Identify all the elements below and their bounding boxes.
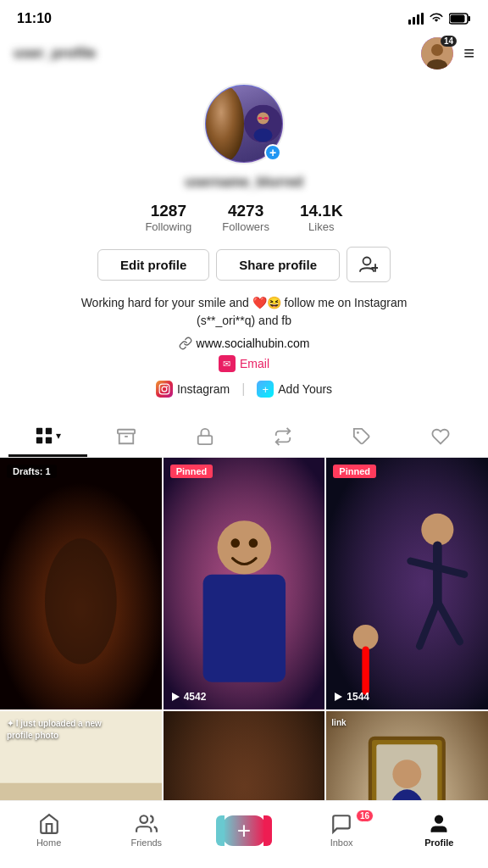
nav-home[interactable]: Home [24, 813, 75, 848]
svg-point-49 [353, 625, 379, 650]
svg-point-23 [166, 386, 168, 387]
likes-count: 14.1K [300, 202, 343, 220]
video-play-3: 1544 [333, 691, 369, 703]
bio-link: www.socialhubin.com [179, 337, 310, 350]
svg-rect-6 [451, 15, 465, 23]
home-icon [38, 813, 60, 835]
nav-profile[interactable]: Profile [413, 813, 464, 848]
svg-rect-24 [36, 428, 42, 434]
svg-point-22 [162, 387, 167, 392]
video-thumbnail-2 [164, 458, 325, 709]
hamburger-icon[interactable]: ≡ [463, 42, 474, 64]
divider: | [241, 381, 245, 397]
video-text-4: ✦ I just uploaded a newprofile photo [7, 718, 102, 742]
profile-section: username_blurred 1287 Following 4273 Fol… [0, 76, 488, 413]
svg-rect-26 [36, 437, 42, 443]
social-row-email: ✉ Email [219, 355, 269, 372]
instagram-icon [156, 381, 173, 398]
add-friend-icon [359, 255, 378, 274]
svg-rect-15 [264, 117, 269, 120]
svg-rect-1 [413, 17, 415, 25]
likes-label: Likes [308, 220, 334, 233]
svg-marker-51 [335, 693, 342, 701]
svg-point-44 [422, 514, 454, 546]
header-right: 14 ≡ [421, 37, 474, 70]
svg-point-39 [248, 538, 258, 548]
svg-rect-40 [202, 575, 285, 682]
svg-point-79 [140, 815, 147, 823]
video-badge-2: Pinned [170, 465, 214, 478]
svg-rect-2 [417, 14, 419, 25]
followers-stat[interactable]: 4273 Followers [222, 202, 269, 233]
tab-archive[interactable] [87, 416, 166, 457]
inbox-badge-count: 16 [356, 810, 374, 822]
wifi-icon [429, 13, 444, 25]
tab-tagged[interactable] [323, 416, 402, 457]
svg-rect-14 [258, 117, 263, 120]
instagram-item[interactable]: Instagram [156, 381, 230, 398]
status-time: 11:10 [17, 11, 52, 26]
website-url[interactable]: www.socialhubin.com [197, 337, 310, 350]
svg-rect-5 [469, 16, 471, 21]
action-row: Edit profile Share profile [97, 247, 391, 282]
battery-icon [449, 13, 471, 25]
video-thumbnail-1 [0, 458, 162, 709]
add-yours-item[interactable]: + Add Yours [257, 381, 332, 398]
following-stat[interactable]: 1287 Following [145, 202, 191, 233]
followers-label: Followers [222, 220, 269, 233]
nav-friends[interactable]: Friends [121, 813, 172, 848]
heart-icon [431, 427, 450, 446]
email-icon: ✉ [219, 355, 236, 372]
svg-point-75 [393, 760, 422, 788]
video-cell-1[interactable]: Drafts: 1 [0, 458, 162, 709]
header-username: user_profile [14, 45, 96, 62]
status-bar: 11:10 [0, 0, 488, 34]
video-badge-3: Pinned [333, 465, 376, 478]
video-text-6: link [331, 718, 346, 727]
nav-create[interactable]: + [219, 815, 269, 846]
svg-point-37 [217, 520, 271, 575]
svg-marker-41 [172, 693, 180, 701]
svg-point-34 [45, 538, 117, 664]
bottom-nav: Home Friends + 16 Inbox Profile [0, 800, 488, 868]
svg-rect-30 [197, 436, 212, 444]
share-profile-button[interactable]: Share profile [216, 249, 340, 281]
lock-icon [196, 427, 214, 446]
bio-text: Working hard for your smile and ❤️😆 foll… [58, 294, 430, 330]
instagram-label: Instagram [177, 382, 230, 396]
tab-liked[interactable] [401, 416, 480, 457]
video-cell-2[interactable]: Pinned 4542 [164, 458, 325, 709]
svg-rect-28 [118, 430, 135, 434]
following-count: 1287 [151, 202, 186, 220]
create-button[interactable]: + [223, 815, 265, 846]
email-link[interactable]: Email [240, 357, 269, 370]
svg-point-8 [431, 44, 443, 56]
svg-rect-21 [159, 384, 169, 394]
email-item[interactable]: ✉ Email [219, 355, 269, 372]
svg-rect-27 [46, 437, 52, 443]
add-yours-icon: + [257, 381, 274, 398]
tab-reposts[interactable] [244, 416, 323, 457]
video-play-2: 4542 [170, 691, 207, 703]
svg-rect-43 [326, 458, 488, 709]
tab-locked[interactable] [165, 416, 244, 457]
signal-icon [408, 13, 424, 25]
friends-icon [136, 813, 158, 835]
grid-icon [35, 426, 53, 445]
edit-profile-button[interactable]: Edit profile [97, 249, 209, 281]
video-cell-3[interactable]: Pinned 1544 [326, 458, 488, 709]
add-yours-label: Add Yours [278, 382, 332, 396]
header: user_profile 14 ≡ [0, 34, 488, 76]
profile-live-dot [264, 144, 281, 161]
notification-avatar[interactable]: 14 [421, 37, 453, 70]
social-row-links: Instagram | + Add Yours [156, 381, 332, 398]
svg-point-80 [435, 815, 443, 823]
likes-stat[interactable]: 14.1K Likes [300, 202, 343, 233]
inbox-label: Inbox [330, 837, 353, 848]
nav-inbox[interactable]: 16 Inbox [316, 813, 367, 848]
profile-avatar-wrap [203, 83, 285, 164]
following-label: Following [145, 220, 191, 233]
add-friend-button[interactable] [347, 247, 391, 282]
tab-posts[interactable]: ▾ [8, 416, 87, 457]
dropdown-arrow: ▾ [56, 430, 61, 442]
